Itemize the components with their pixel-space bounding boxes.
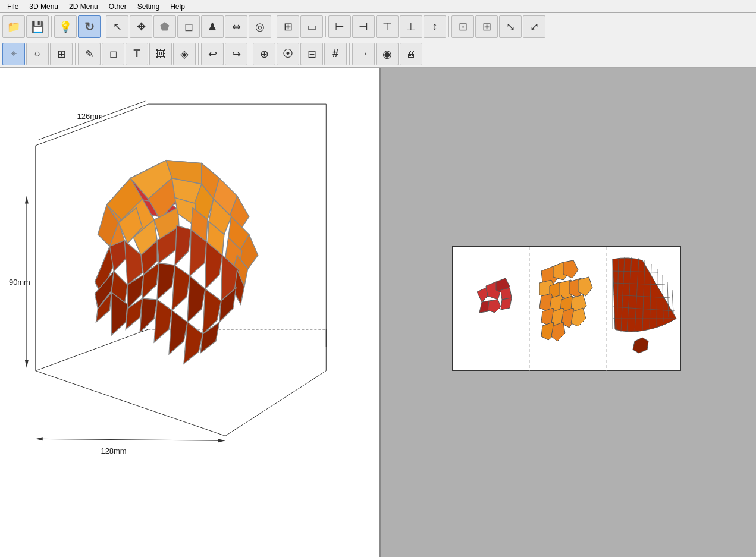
eraser-button[interactable] bbox=[102, 43, 124, 65]
paper-sheet bbox=[452, 246, 681, 371]
sep6 bbox=[75, 43, 76, 65]
sep8 bbox=[250, 43, 250, 65]
unfold-svg bbox=[453, 247, 682, 372]
cube-button[interactable] bbox=[177, 15, 200, 38]
size2-button[interactable] bbox=[475, 15, 498, 38]
svg-line-7 bbox=[36, 371, 225, 436]
menu-other[interactable]: Other bbox=[104, 1, 131, 12]
move-button[interactable] bbox=[130, 15, 152, 38]
svg-marker-105 bbox=[633, 338, 648, 353]
size-button[interactable] bbox=[451, 15, 474, 38]
svg-marker-69 bbox=[154, 300, 172, 342]
sep1 bbox=[51, 16, 52, 37]
sep2 bbox=[103, 16, 103, 37]
svg-line-0 bbox=[36, 104, 148, 146]
svg-marker-70 bbox=[169, 310, 187, 354]
svg-text:90mm: 90mm bbox=[9, 278, 30, 287]
panel-3d[interactable]: 126mm 90mm 128mm bbox=[0, 68, 381, 557]
sep3 bbox=[274, 16, 274, 37]
export-button[interactable] bbox=[352, 43, 375, 65]
svg-marker-13 bbox=[25, 196, 29, 204]
menu-setting[interactable]: Setting bbox=[133, 1, 164, 12]
svg-marker-89 bbox=[578, 277, 592, 296]
svg-marker-62 bbox=[187, 276, 205, 322]
flip-h-button[interactable] bbox=[225, 15, 247, 38]
person-button[interactable] bbox=[201, 15, 224, 38]
print-button[interactable] bbox=[400, 43, 422, 65]
frame-button[interactable] bbox=[300, 15, 323, 38]
circle-button[interactable] bbox=[26, 43, 49, 65]
menu-file[interactable]: File bbox=[2, 1, 23, 12]
sep5 bbox=[448, 16, 449, 37]
light-button[interactable] bbox=[54, 15, 77, 38]
save-button[interactable] bbox=[26, 15, 49, 38]
img-button[interactable] bbox=[149, 43, 172, 65]
svg-line-16 bbox=[39, 439, 222, 440]
select-button[interactable] bbox=[106, 15, 128, 38]
menu-help[interactable]: Help bbox=[165, 1, 190, 12]
split-button[interactable] bbox=[277, 15, 299, 38]
open-button[interactable] bbox=[2, 15, 25, 38]
pages-button[interactable] bbox=[300, 43, 323, 65]
svg-marker-68 bbox=[140, 298, 157, 332]
sep7 bbox=[198, 43, 199, 65]
svg-marker-81 bbox=[501, 298, 512, 310]
align2-button[interactable] bbox=[424, 15, 446, 38]
rotate3d-button[interactable] bbox=[78, 15, 101, 38]
svg-marker-17 bbox=[36, 437, 43, 440]
hash-button[interactable] bbox=[324, 43, 347, 65]
sep9 bbox=[349, 43, 350, 65]
svg-marker-71 bbox=[184, 322, 203, 364]
resize-button[interactable] bbox=[499, 15, 522, 38]
align-l-button[interactable] bbox=[328, 15, 351, 38]
svg-marker-51 bbox=[175, 225, 191, 265]
svg-marker-78 bbox=[477, 288, 488, 302]
preview-button[interactable] bbox=[376, 43, 399, 65]
svg-marker-18 bbox=[218, 439, 225, 442]
text-button[interactable] bbox=[126, 43, 148, 65]
toolbar1 bbox=[0, 13, 756, 40]
grid-button[interactable] bbox=[50, 43, 73, 65]
3d-button[interactable] bbox=[173, 43, 196, 65]
obj-button[interactable] bbox=[153, 15, 176, 38]
redo-button[interactable] bbox=[225, 43, 247, 65]
svg-text:128mm: 128mm bbox=[101, 446, 126, 455]
sep4 bbox=[325, 16, 326, 37]
svg-marker-14 bbox=[25, 360, 29, 368]
svg-text:126mm: 126mm bbox=[77, 112, 103, 121]
main-area: 126mm 90mm 128mm bbox=[0, 68, 756, 557]
resize2-button[interactable] bbox=[523, 15, 545, 38]
svg-marker-60 bbox=[157, 263, 175, 300]
panel-unfold[interactable]: Undo Unfold Auto bbox=[381, 68, 756, 557]
svg-line-4 bbox=[36, 329, 148, 371]
cursor2-button[interactable] bbox=[2, 43, 25, 65]
align-r-button[interactable] bbox=[376, 15, 399, 38]
eye-button[interactable] bbox=[249, 15, 271, 38]
3d-model-svg: 126mm 90mm 128mm bbox=[0, 68, 379, 557]
svg-marker-80 bbox=[479, 301, 489, 313]
menu-2dmenu[interactable]: 2D Menu bbox=[64, 1, 103, 12]
toolbar2 bbox=[0, 40, 756, 68]
undo-button[interactable] bbox=[201, 43, 224, 65]
unfold-button[interactable] bbox=[253, 43, 275, 65]
svg-line-8 bbox=[225, 371, 326, 436]
svg-marker-61 bbox=[172, 265, 190, 310]
menubar: File 3D Menu 2D Menu Other Setting Help bbox=[0, 0, 756, 13]
align-c-button[interactable] bbox=[352, 15, 375, 38]
pen-button[interactable] bbox=[78, 43, 101, 65]
camera-button[interactable] bbox=[277, 43, 299, 65]
menu-3dmenu[interactable]: 3D Menu bbox=[24, 1, 63, 12]
dist-h-button[interactable] bbox=[400, 15, 422, 38]
